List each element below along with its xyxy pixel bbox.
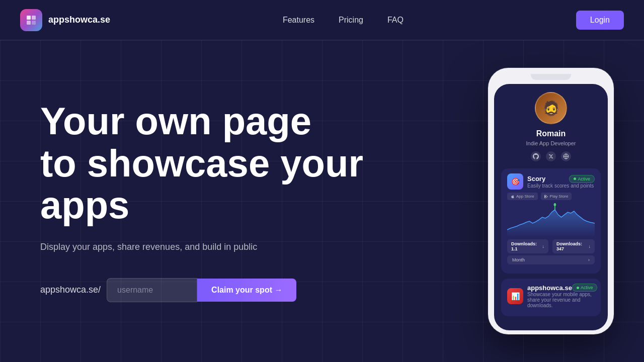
hero-title: Your own page to showcase your apps [40,100,367,226]
phone-mockup: 🧔 Romain Indie App Developer [488,50,614,352]
appshowcase-status: Active [572,284,598,292]
active-dot-2 [577,287,579,289]
svg-rect-2 [27,21,31,25]
avatar: 🧔 [535,92,567,124]
nav-features[interactable]: Features [283,16,314,25]
svg-rect-3 [32,21,36,25]
social-icons [531,151,571,161]
downloads-chart [507,202,595,237]
logo-icon [20,9,42,31]
scory-name: Scory [527,175,545,183]
github-icon [531,151,541,161]
scory-desc: Easily track scores and points [527,183,595,189]
login-button[interactable]: Login [576,11,624,30]
scory-info: Scory Active Easily track scores and poi… [527,175,595,189]
logo[interactable]: appshowca.se [20,9,110,31]
app-card-scory-header: 🎯 Scory Active Easily track scores and p… [507,173,595,190]
main-content: Your own page to showcase your apps Disp… [0,40,644,362]
appshowcase-name-row: appshowca.se Active [527,284,597,292]
phone-screen: 🧔 Romain Indie App Developer [494,84,608,330]
scory-name-row: Scory Active [527,175,595,183]
svg-rect-1 [32,16,36,20]
x-icon [546,151,556,161]
app-card-scory: 🎯 Scory Active Easily track scores and p… [501,168,601,274]
phone-frame: 🧔 Romain Indie App Developer [488,68,614,334]
svg-point-7 [554,203,556,206]
scory-icon: 🎯 [507,173,523,190]
active-dot [574,177,576,180]
scory-status: Active [569,175,595,183]
logo-text: appshowca.se [48,15,110,25]
hero-subtitle: Display your apps, share revenues, and b… [40,240,367,254]
stats-row: Downloads: 1.1 ↓ Downloads: 347 ↓ [507,239,595,253]
stat-downloads-1: Downloads: 1.1 ↓ [507,239,548,253]
claim-button[interactable]: Claim your spot → [197,279,296,302]
appshowcase-name: appshowca.se [527,284,572,292]
website-icon [561,151,571,161]
nav-faq[interactable]: FAQ [387,16,404,25]
stat-downloads-2: Downloads: 347 ↓ [552,239,595,253]
appshowcase-icon: 📊 [507,288,523,304]
month-selector[interactable]: Month › [507,255,595,264]
svg-rect-0 [27,16,31,20]
claim-row: appshowca.se/ Claim your spot → [40,278,367,302]
appshowcase-desc: Showcase your mobile apps, share your re… [527,292,597,308]
nav-links: Features Pricing FAQ [283,16,404,25]
hero-section: Your own page to showcase your apps Disp… [40,100,367,302]
store-badges: App Store Play Store [507,193,595,200]
appshowcase-info: appshowca.se Active Showcase your mobile… [527,284,597,308]
username-input[interactable] [107,278,197,302]
phone-notch [531,74,571,80]
claim-prefix: appshowca.se/ [40,285,101,295]
app-store-badge: App Store [507,193,538,200]
navbar: appshowca.se Features Pricing FAQ Login [0,0,644,40]
profile-name: Romain [536,129,566,138]
app-card-appshowcase: 📊 appshowca.se Active Showcase your mobi… [501,279,601,316]
play-store-badge: Play Store [541,193,572,200]
nav-pricing[interactable]: Pricing [339,16,363,25]
app-card-appshowcase-header: 📊 appshowca.se Active Showcase your mobi… [507,284,595,308]
profile-title: Indie App Developer [526,140,576,146]
